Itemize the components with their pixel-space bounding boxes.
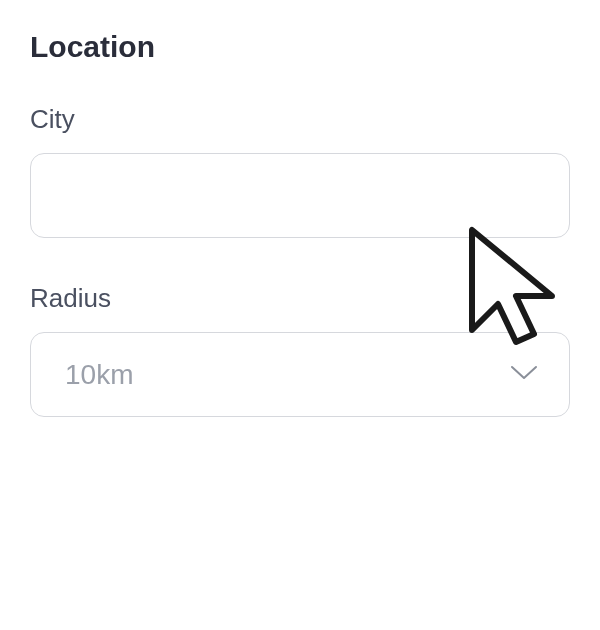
radius-select-wrapper: 10km bbox=[30, 332, 570, 417]
radius-select[interactable]: 10km bbox=[30, 332, 570, 417]
city-label: City bbox=[30, 104, 570, 135]
city-input[interactable] bbox=[30, 153, 570, 238]
city-field: City bbox=[30, 104, 570, 238]
radius-label: Radius bbox=[30, 283, 570, 314]
section-title: Location bbox=[30, 30, 570, 64]
radius-field: Radius 10km bbox=[30, 283, 570, 417]
